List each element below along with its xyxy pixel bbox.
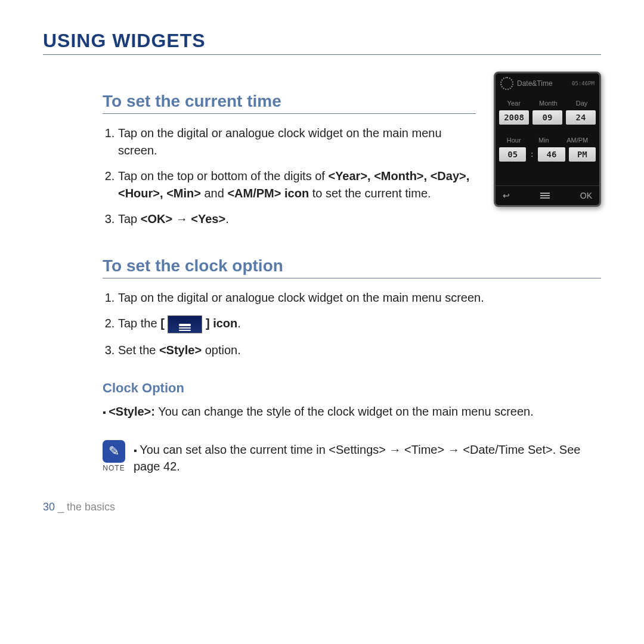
step: Tap the [ ] icon.	[118, 315, 601, 333]
section-name: the basics	[67, 501, 115, 513]
year-cell[interactable]: 2008	[499, 110, 529, 125]
device-title: Date&Time	[517, 79, 553, 88]
page-number: 30	[43, 501, 55, 513]
day-cell[interactable]: 24	[566, 110, 596, 125]
step: Set the <Style> option.	[118, 342, 601, 359]
gear-icon	[500, 77, 513, 90]
field-label: Min	[538, 137, 549, 144]
step: Tap <OK> → <Yes>.	[118, 210, 476, 228]
section-heading-clock-option: To set the clock option	[103, 256, 601, 278]
field-label: Year	[507, 100, 521, 107]
field-label: Day	[576, 100, 588, 107]
subheading-clock-option: Clock Option	[103, 380, 601, 396]
device-screenshot: Date&Time 05:46PM Year Month Day 2008 09…	[494, 72, 601, 207]
menu-icon[interactable]	[540, 193, 550, 199]
ampm-cell[interactable]: PM	[569, 147, 596, 162]
bullet: <Style>: You can change the style of the…	[103, 403, 601, 420]
menu-icon	[168, 315, 202, 333]
pencil-icon: ✎	[103, 440, 125, 463]
field-label: Hour	[507, 137, 521, 144]
device-status: 05:46PM	[572, 80, 595, 86]
hour-cell[interactable]: 05	[499, 147, 526, 162]
field-label: Month	[539, 100, 558, 107]
section-heading-set-time: To set the current time	[103, 92, 476, 114]
note-text: You can set also the current time in <Se…	[134, 441, 601, 475]
field-label: AM/PM	[566, 137, 588, 144]
ok-button[interactable]: OK	[580, 191, 592, 200]
step: Tap on the digital or analogue clock wid…	[118, 289, 601, 306]
note-icon-block: ✎ NOTE	[103, 440, 125, 472]
note-label: NOTE	[103, 464, 125, 472]
step: Tap on the digital or analogue clock wid…	[118, 125, 476, 159]
min-cell[interactable]: 46	[538, 147, 565, 162]
back-icon[interactable]: ↩	[503, 191, 510, 200]
page-footer: 30 _ the basics	[43, 501, 601, 513]
month-cell[interactable]: 09	[532, 110, 562, 125]
page-title: USING WIDGETS	[43, 30, 601, 55]
step: Tap on the top or bottom of the digits o…	[118, 168, 476, 202]
